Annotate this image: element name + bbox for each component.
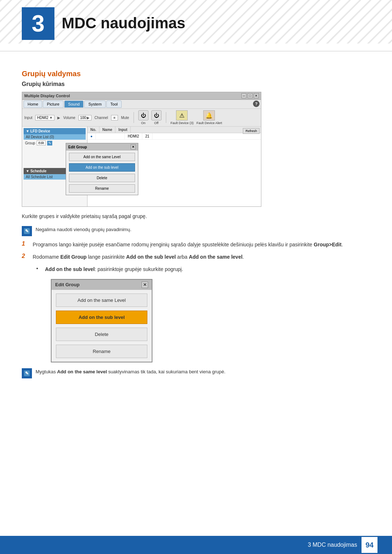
modal-btn-sub-level-small[interactable]: Add on the sub level <box>69 163 135 172</box>
edit-group-modal-large: Edit Group ✕ Add on the same Level Add o… <box>51 279 152 362</box>
restore-icon[interactable]: □ <box>248 93 253 98</box>
toolbar-separator2 <box>166 112 166 123</box>
note-icon-1: ✎ <box>22 226 32 236</box>
mdc-window-screenshot: Multiple Display Control ─ □ ✕ Home Pict… <box>22 92 261 207</box>
step-2-text: Rodomame Edit Group lange pasirinkite Ad… <box>33 253 244 261</box>
input-select[interactable]: HDMI2 ▼ <box>35 115 54 120</box>
description-text: Kurkite grupes ir valdykite prietaisų są… <box>22 213 370 220</box>
fault-device-1-group: ⚠ Fault Device (3) <box>171 110 194 125</box>
chapter-title: MDC naudojimas <box>62 7 185 32</box>
step-1: 1 Programos lango kairėje pusėje esančia… <box>22 241 370 249</box>
step-1-number: 1 <box>22 241 29 247</box>
step-1-text: Programos lango kairėje pusėje esančiame… <box>33 241 343 249</box>
power-on-icon[interactable]: ⏻ <box>138 110 148 120</box>
edit-button[interactable]: Edit <box>37 140 46 145</box>
modal-btn-rename-large[interactable]: Rename <box>56 345 147 358</box>
fault-device-1-label: Fault Device (3) <box>171 121 194 125</box>
volume-value: 100 <box>80 116 86 120</box>
bullet-dot: • <box>36 266 42 271</box>
power-off-icon[interactable]: ⏻ <box>151 110 162 120</box>
section-title: Grupių valdymas <box>22 70 370 78</box>
svg-text:✎: ✎ <box>25 371 29 376</box>
lfd-device-header: ▼ LFD Device <box>24 128 86 134</box>
modal-btn-same-level-small[interactable]: Add on the same Level <box>69 153 135 161</box>
help-icon[interactable]: ? <box>253 100 260 107</box>
col-input: Input <box>115 127 130 133</box>
note-icon-2: ✎ <box>22 368 32 378</box>
fault-device-2-icon[interactable]: 🔔 <box>203 110 215 120</box>
bullet-text: Add on the sub level: pasirinktoje grupė… <box>45 266 183 273</box>
channel-label: Channel <box>94 116 108 120</box>
note-text-2: Mygtukas Add on the same level suaktyvin… <box>36 368 225 376</box>
mdc-titlebar: Multiple Display Control ─ □ ✕ <box>22 92 261 100</box>
footer-text: 3 MDC naudojimas <box>308 542 357 548</box>
power-on-group: ⏻ On <box>138 110 148 125</box>
menu-picture[interactable]: Picture <box>43 100 63 108</box>
fault-device-1-icon[interactable]: ⚠ <box>176 110 188 120</box>
volume-label: Volume <box>63 116 75 120</box>
svg-text:✎: ✎ <box>25 229 29 234</box>
volume-arrow[interactable]: ▶ <box>87 116 90 120</box>
modal-close-large[interactable]: ✕ <box>142 282 148 288</box>
modal-titlebar-large: Edit Group ✕ <box>52 280 152 290</box>
modal-title-small: Edit Group <box>68 145 87 149</box>
group-label: Group <box>25 141 35 145</box>
menu-home[interactable]: Home <box>24 100 42 108</box>
footer-page-number: 94 <box>362 537 377 553</box>
modal-btn-delete-small[interactable]: Delete <box>69 174 135 182</box>
input-label: Input <box>24 116 32 120</box>
right-panel-header: No. Name Input <box>87 127 261 133</box>
edit-icon[interactable]: ✎ <box>47 141 52 145</box>
chapter-number: 3 <box>22 7 54 40</box>
input-arrow[interactable]: ▼ <box>49 116 53 120</box>
sub-section-title: Grupių kūrimas <box>22 81 370 87</box>
note-text-1: Negalima naudoti vienodų grupių pavadini… <box>36 226 131 233</box>
modal-btn-sub-level-large[interactable]: Add on the sub level <box>56 311 147 324</box>
col-no: No. <box>87 127 99 133</box>
power-off-label: Off <box>154 121 159 125</box>
right-panel-header-row: No. Name Input Refresh <box>87 127 261 133</box>
power-on-label: On <box>141 121 146 125</box>
all-device-list[interactable]: All Device List (0) <box>24 134 86 140</box>
minimize-icon[interactable]: ─ <box>241 93 246 98</box>
power-off-group: ⏻ Off <box>151 110 162 125</box>
edit-group-modal-small: Edit Group ✕ Add on the same Level Add o… <box>66 143 138 195</box>
page-footer: 3 MDC naudojimas 94 <box>0 536 392 554</box>
mdc-menu-bar: Home Picture Sound System Tool ? <box>22 100 261 109</box>
modal-btn-same-level-large[interactable]: Add on the same Level <box>56 294 147 307</box>
data-cell-name <box>96 133 125 139</box>
refresh-button[interactable]: Refresh <box>243 128 260 134</box>
table-row: ● HDMI2 21 <box>87 133 261 140</box>
modal-btn-rename-small[interactable]: Rename <box>69 184 135 193</box>
data-cell-number: 21 <box>142 133 152 139</box>
input-value: HDMI2 <box>37 116 48 120</box>
modal-btn-delete-large[interactable]: Delete <box>56 328 147 341</box>
close-icon[interactable]: ✕ <box>254 93 259 98</box>
mdc-toolbar: Input HDMI2 ▼ ▶ Volume 100 ▶ Channel ≡ M… <box>22 109 261 127</box>
data-cell-no: ● <box>87 133 96 139</box>
data-cell-input: HDMI2 <box>125 133 142 139</box>
input-nav-arrow[interactable]: ▶ <box>57 116 60 120</box>
modal-title-large: Edit Group <box>55 282 79 287</box>
modal-titlebar-small: Edit Group ✕ <box>66 143 138 151</box>
menu-sound[interactable]: Sound <box>64 100 84 108</box>
mdc-main-area: ▼ LFD Device All Device List (0) Group E… <box>22 127 261 206</box>
col-name: Name <box>99 127 115 133</box>
note-block-2: ✎ Mygtukas Add on the same level suaktyv… <box>22 368 370 378</box>
toolbar-separator <box>134 112 134 123</box>
mdc-window-title: Multiple Display Control <box>24 94 70 98</box>
volume-select[interactable]: 100 ▶ <box>78 115 92 120</box>
channel-value[interactable]: ≡ <box>111 115 118 120</box>
note-block-1: ✎ Negalima naudoti vienodų grupių pavadi… <box>22 226 370 236</box>
step-2: 2 Rodomame Edit Group lange pasirinkite … <box>22 253 370 261</box>
lfd-title: ▼ LFD Device <box>26 129 50 133</box>
main-content: Grupių valdymas Grupių kūrimas Multiple … <box>0 55 392 404</box>
mute-label: Mute <box>121 116 129 120</box>
menu-system[interactable]: System <box>84 100 106 108</box>
menu-tool[interactable]: Tool <box>106 100 122 108</box>
titlebar-controls: ─ □ ✕ <box>241 93 259 98</box>
step-2-number: 2 <box>22 253 29 259</box>
fault-device-2-label: Fault Device Alert <box>196 121 222 125</box>
page-header: 3 MDC naudojimas <box>0 0 392 52</box>
modal-close-small[interactable]: ✕ <box>131 144 136 149</box>
